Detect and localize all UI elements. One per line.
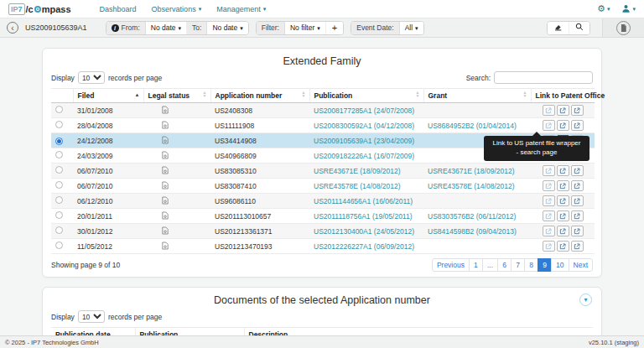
external-link-button[interactable] (571, 195, 584, 206)
publication-link[interactable]: US2008300592A1 (04/12/2008) (314, 122, 414, 130)
external-link-button[interactable] (543, 105, 555, 116)
current-publication-id: US2009105639A1 (25, 23, 87, 32)
external-link-icon (559, 183, 566, 190)
nav-link-dashboard[interactable]: Dashboard (100, 5, 137, 13)
publication-cell: US2011118756A1 (19/05/2011) (309, 209, 423, 224)
grant-cell: US8684952B2 (01/04/2014) (423, 118, 531, 133)
publication-link[interactable]: US2011144656A1 (16/06/2011) (314, 197, 413, 205)
table-row: 20/01/2011US201113010657US2011118756A1 (… (51, 209, 595, 224)
pagination-page-9[interactable]: 9 (538, 258, 552, 272)
external-link-button[interactable] (571, 120, 584, 131)
external-link-icon (574, 183, 580, 190)
row-select-radio[interactable] (55, 138, 63, 145)
logo-slash-c: /c (26, 4, 34, 14)
external-link-button[interactable] (571, 226, 584, 236)
event-date-dropdown[interactable]: All▾ (400, 22, 423, 34)
publication-link[interactable]: USRE43671E (18/09/2012) (314, 167, 401, 175)
nav-link-observations[interactable]: Observations▾ (152, 5, 202, 13)
external-link-button[interactable] (543, 165, 555, 176)
file-report-button[interactable] (616, 21, 631, 35)
publication-link[interactable]: US2008177285A1 (24/07/2008) (314, 106, 414, 115)
external-link-button[interactable] (557, 180, 569, 191)
external-link-button[interactable] (571, 210, 584, 221)
publication-link[interactable]: US2009105639A1 (23/04/2009) (314, 137, 414, 145)
external-link-button[interactable] (557, 226, 569, 236)
row-select-radio[interactable] (55, 226, 63, 234)
filter-label: Filter: (257, 22, 285, 34)
column-header-filed[interactable]: Filed▲ (73, 89, 143, 103)
add-filter-button[interactable]: + (326, 22, 343, 34)
external-link-button[interactable] (543, 180, 555, 191)
column-header-publication[interactable]: Publication▲▼ (309, 89, 423, 103)
external-link-icon (545, 168, 552, 174)
external-link-button[interactable] (557, 195, 569, 206)
grant-link[interactable]: USRE43578E (14/08/2012) (428, 182, 515, 190)
external-link-button[interactable] (571, 165, 584, 176)
family-search-input[interactable] (494, 71, 593, 84)
filed-cell: 06/07/2010 (73, 179, 143, 194)
back-button[interactable]: ‹ (7, 22, 18, 34)
row-select-radio[interactable] (55, 151, 63, 158)
row-select-radio[interactable] (55, 196, 63, 204)
grant-link[interactable]: US8303576B2 (06/11/2012) (428, 212, 516, 221)
file-report-icon (620, 22, 627, 34)
documents-card: ▾ Documents of the selected Application … (42, 287, 602, 335)
tooltip-line2: - search page (489, 148, 584, 158)
app-logo[interactable]: IP7 /cmpass (8, 3, 71, 15)
pagination-next[interactable]: Next (569, 258, 593, 272)
nav-link-management[interactable]: Management▾ (216, 5, 266, 13)
column-header-label: Application number (216, 91, 283, 100)
pagination-page-10[interactable]: 10 (551, 258, 569, 272)
records-per-page-select[interactable]: 10 (78, 71, 105, 84)
date-range-group: iFrom: No date▾ To: No date▾ (106, 21, 249, 35)
external-link-button[interactable] (557, 120, 569, 131)
table-row: 11/05/2012US201213470193US2012226227A1 (… (51, 239, 595, 254)
records-per-page-select[interactable]: 10 (78, 310, 105, 323)
publication-link[interactable]: US2011118756A1 (19/05/2011) (314, 212, 413, 221)
pagination-page-7[interactable]: 7 (511, 258, 525, 272)
external-link-button[interactable] (557, 105, 569, 116)
collapse-section-button[interactable]: ▾ (579, 293, 592, 306)
row-select-radio[interactable] (55, 211, 63, 219)
external-link-button[interactable] (571, 180, 584, 191)
external-link-button[interactable] (557, 241, 569, 252)
row-select-radio[interactable] (55, 106, 63, 113)
patent-office-links-cell (531, 194, 595, 209)
pagination-page-6[interactable]: 6 (497, 258, 512, 272)
row-select-radio[interactable] (55, 166, 63, 174)
column-header-application-number[interactable]: Application number▲▼ (210, 89, 309, 103)
publication-link[interactable]: US2012226227A1 (06/09/2012) (314, 242, 414, 251)
external-link-button[interactable] (543, 120, 555, 131)
pagination-page-8[interactable]: 8 (524, 258, 538, 272)
external-link-button[interactable] (571, 105, 584, 116)
settings-menu-button[interactable]: ⚙▾ (597, 3, 610, 14)
grant-link[interactable]: US8414598B2 (09/04/2013) (428, 227, 517, 236)
grant-link[interactable]: USRE43671E (18/09/2012) (428, 167, 515, 175)
publication-link[interactable]: USRE43578E (14/08/2012) (314, 182, 401, 190)
external-link-button[interactable] (543, 226, 555, 236)
from-date-dropdown[interactable]: No date▾ (146, 22, 187, 34)
radio-cell (51, 209, 73, 224)
external-link-button[interactable] (557, 165, 569, 176)
external-link-button[interactable] (543, 195, 555, 206)
grant-cell (423, 194, 531, 209)
external-link-button[interactable] (543, 241, 555, 252)
external-link-button[interactable] (543, 210, 555, 221)
row-select-radio[interactable] (55, 121, 63, 128)
user-menu-button[interactable]: ▾ (621, 4, 636, 13)
filter-dropdown[interactable]: No filter▾ (285, 22, 326, 34)
row-select-radio[interactable] (55, 181, 63, 189)
column-header-legal-status[interactable]: Legal status▲▼ (143, 89, 210, 103)
clear-filters-button[interactable] (548, 22, 569, 34)
external-link-button[interactable] (557, 210, 569, 221)
external-link-button[interactable] (571, 241, 584, 252)
column-header-grant[interactable]: Grant▲▼ (423, 89, 531, 103)
publication-link[interactable]: US2012130400A1 (24/05/2012) (314, 227, 414, 236)
to-date-dropdown[interactable]: No date▾ (207, 22, 247, 34)
search-button[interactable] (569, 22, 589, 34)
pagination-page-1[interactable]: 1 (469, 258, 483, 272)
pagination-prev[interactable]: Previous (432, 258, 470, 272)
grant-link[interactable]: US8684952B2 (01/04/2014) (428, 122, 517, 130)
row-select-radio[interactable] (55, 242, 63, 249)
publication-link[interactable]: US2009182226A1 (16/07/2009) (314, 152, 414, 160)
